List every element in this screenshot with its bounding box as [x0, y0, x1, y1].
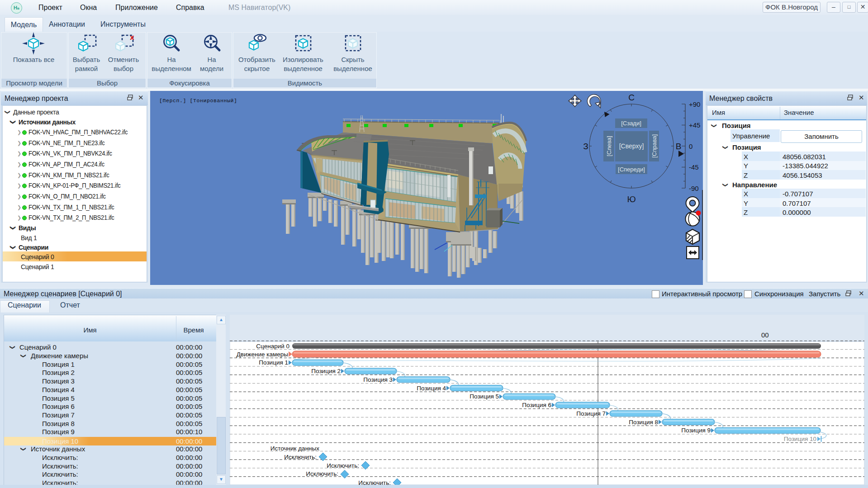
- svg-text:Источник данных: Источник данных: [270, 445, 319, 452]
- svg-text:Позиция 6: Позиция 6: [522, 402, 551, 408]
- svg-text:Исключить:: Исключить:: [306, 470, 338, 477]
- svg-text:Позиция 7: Позиция 7: [576, 410, 606, 417]
- svg-text:[Сверху]: [Сверху]: [619, 142, 644, 150]
- svg-text:0: 0: [689, 142, 693, 150]
- svg-text:Ю: Ю: [627, 194, 636, 204]
- svg-text:С: С: [628, 93, 635, 102]
- svg-text:В: В: [676, 142, 682, 151]
- svg-text:Позиция 10: Позиция 10: [784, 436, 816, 442]
- svg-text:Позиция 4: Позиция 4: [417, 385, 446, 392]
- svg-text:+45: +45: [689, 121, 700, 129]
- svg-text:+90: +90: [689, 100, 700, 108]
- svg-text:[Сзади]: [Сзади]: [621, 120, 641, 127]
- svg-text:З: З: [583, 142, 588, 151]
- svg-text:-45: -45: [689, 163, 699, 171]
- svg-text:Исключить:: Исключить:: [327, 462, 359, 469]
- svg-text:[Спереди]: [Спереди]: [618, 166, 645, 173]
- svg-text:Позиция 8: Позиция 8: [629, 419, 658, 426]
- svg-text:Позиция 5: Позиция 5: [470, 393, 499, 400]
- svg-text:Движение камеры: Движение камеры: [237, 351, 288, 358]
- svg-text:Исключить:: Исключить:: [358, 479, 391, 485]
- svg-text:x: x: [130, 33, 134, 42]
- svg-text:Сценарий 0: Сценарий 0: [256, 343, 289, 350]
- svg-text:-90: -90: [689, 185, 699, 192]
- svg-text:00: 00: [761, 331, 769, 339]
- svg-text:[Слева]: [Слева]: [606, 136, 612, 156]
- svg-text:Позиция 2: Позиция 2: [311, 368, 341, 374]
- svg-text:[Персп.] [Тонированный]: [Персп.] [Тонированный]: [159, 98, 237, 104]
- svg-text:Исключить:: Исключить:: [284, 454, 317, 460]
- svg-text:Позиция 3: Позиция 3: [363, 376, 393, 383]
- svg-text:Позиция 9: Позиция 9: [681, 427, 711, 434]
- svg-text:Позиция 1: Позиция 1: [259, 359, 288, 366]
- svg-text:[Справа]: [Справа]: [651, 134, 658, 158]
